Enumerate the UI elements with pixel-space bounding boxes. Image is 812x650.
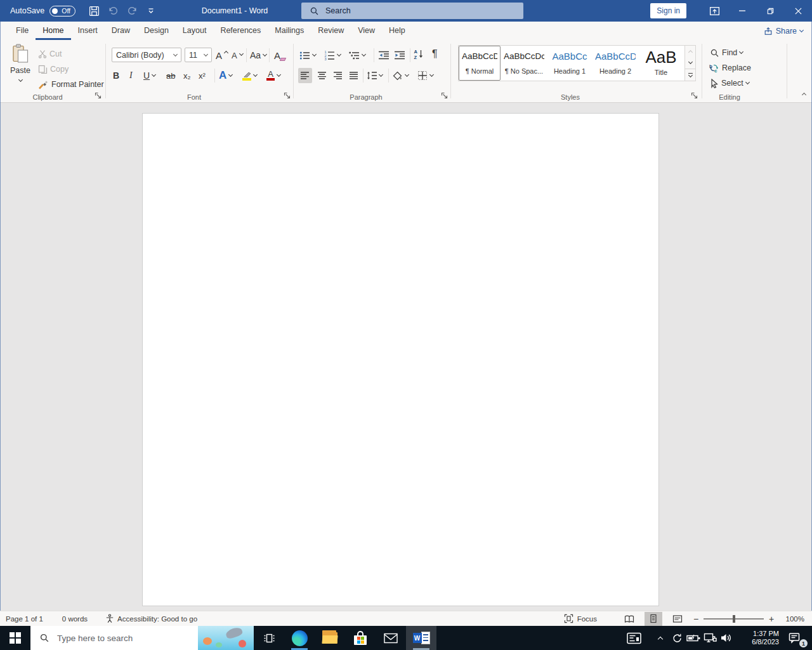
sign-in-button[interactable]: Sign in — [650, 3, 686, 18]
superscript-button[interactable]: x² — [199, 68, 206, 83]
tab-references[interactable]: References — [213, 22, 268, 40]
share-button[interactable]: Share — [764, 22, 803, 40]
paste-button[interactable]: Paste — [5, 44, 36, 98]
read-mode-button[interactable] — [620, 612, 638, 626]
task-view-button[interactable] — [254, 626, 284, 650]
style-normal[interactable]: AaBbCcDc ¶ Normal — [459, 46, 501, 81]
taskbar-file-explorer-button[interactable] — [315, 626, 345, 650]
tab-home[interactable]: Home — [36, 22, 70, 40]
taskbar-mail-button[interactable] — [376, 626, 406, 650]
styles-scroll-up-button[interactable] — [685, 46, 695, 57]
show-formatting-marks-button[interactable]: ¶ — [432, 46, 438, 62]
underline-button[interactable]: U — [143, 68, 155, 83]
text-effects-button[interactable]: A — [219, 68, 232, 83]
autosave-toggle[interactable]: Off — [49, 6, 75, 17]
increase-indent-button[interactable] — [394, 48, 405, 63]
taskbar-clock[interactable]: 1:37 PM 6/8/2023 — [738, 630, 779, 646]
shrink-font-button[interactable]: A — [232, 48, 243, 63]
zoom-slider[interactable] — [704, 618, 764, 620]
focus-mode-button[interactable]: Focus — [564, 614, 597, 623]
show-hidden-icons-button[interactable] — [652, 626, 669, 650]
bullets-button[interactable] — [299, 48, 316, 63]
font-family-combo[interactable]: Calibri (Body) — [112, 48, 181, 62]
titlebar-search-box[interactable]: Search — [301, 3, 523, 19]
align-right-button[interactable] — [331, 68, 345, 83]
borders-button[interactable] — [417, 68, 433, 83]
taskbar-word-button[interactable]: W — [406, 626, 436, 650]
numbering-button[interactable]: 1 2 3 — [324, 48, 341, 63]
tab-help[interactable]: Help — [382, 22, 412, 40]
style-heading-2[interactable]: AaBbCcD Heading 2 — [592, 46, 639, 81]
zoom-in-button[interactable]: + — [765, 614, 778, 624]
align-left-button[interactable] — [298, 68, 312, 83]
grow-font-button[interactable]: A — [216, 48, 228, 63]
style-no-spacing[interactable]: AaBbCcDc ¶ No Spac... — [501, 46, 547, 81]
line-spacing-button[interactable] — [367, 68, 383, 83]
redo-button[interactable] — [122, 0, 141, 22]
align-center-button[interactable] — [315, 68, 329, 83]
collapse-ribbon-button[interactable] — [802, 90, 806, 98]
tab-review[interactable]: Review — [311, 22, 351, 40]
strikethrough-button[interactable]: ab — [166, 68, 175, 83]
document-page[interactable] — [142, 113, 659, 606]
clipboard-dialog-launcher[interactable] — [94, 91, 102, 100]
search-highlights-image[interactable] — [198, 626, 254, 650]
cut-button[interactable]: Cut — [38, 46, 62, 62]
battery-tray-button[interactable] — [685, 626, 702, 650]
news-and-interests-button[interactable] — [625, 626, 642, 650]
style-heading-1[interactable]: AaBbCc Heading 1 — [547, 46, 592, 81]
save-button[interactable] — [84, 0, 103, 22]
multilevel-list-button[interactable] — [349, 48, 365, 63]
print-layout-button[interactable] — [645, 612, 662, 626]
copy-button[interactable]: Copy — [38, 62, 69, 77]
find-button[interactable]: Find — [710, 45, 743, 60]
change-case-button[interactable]: Aa — [250, 48, 266, 63]
tab-insert[interactable]: Insert — [71, 22, 105, 40]
tab-design[interactable]: Design — [137, 22, 176, 40]
customize-quick-access-button[interactable] — [141, 0, 160, 22]
word-count-status[interactable]: 0 words — [62, 615, 88, 623]
tab-file[interactable]: File — [9, 22, 36, 40]
volume-tray-button[interactable] — [718, 626, 735, 650]
subscript-button[interactable]: x₂ — [183, 68, 191, 83]
minimize-button[interactable] — [728, 0, 756, 22]
bold-button[interactable]: B — [113, 68, 119, 83]
italic-button[interactable]: I — [129, 68, 133, 83]
tab-draw[interactable]: Draw — [105, 22, 137, 40]
action-center-button[interactable]: 1 — [784, 626, 806, 650]
page-count-status[interactable]: Page 1 of 1 — [6, 615, 43, 623]
format-painter-button[interactable]: Format Painter — [38, 77, 104, 92]
sort-button[interactable]: A Z — [414, 46, 423, 62]
taskbar-store-button[interactable] — [345, 626, 376, 650]
ribbon-display-options-button[interactable] — [700, 0, 728, 22]
paragraph-dialog-launcher[interactable] — [440, 91, 449, 100]
shading-button[interactable] — [393, 68, 409, 83]
font-size-combo[interactable]: 11 — [185, 48, 212, 62]
taskbar-search-box[interactable]: Type here to search — [30, 626, 254, 650]
font-color-button[interactable]: A — [266, 68, 280, 83]
text-highlight-button[interactable] — [242, 68, 257, 83]
restore-button[interactable] — [756, 0, 784, 22]
justify-button[interactable] — [347, 68, 361, 83]
start-button[interactable] — [0, 626, 30, 650]
clear-formatting-button[interactable]: A — [274, 48, 280, 63]
sync-tray-button[interactable] — [669, 626, 685, 650]
styles-more-button[interactable] — [685, 69, 695, 81]
undo-button[interactable] — [103, 0, 122, 22]
web-layout-button[interactable] — [669, 612, 686, 626]
zoom-out-button[interactable]: − — [690, 614, 702, 624]
close-button[interactable] — [784, 0, 812, 22]
decrease-indent-button[interactable] — [378, 48, 390, 63]
replace-button[interactable]: b c Replace — [709, 60, 751, 76]
accessibility-status[interactable]: Accessibility: Good to go — [105, 614, 197, 623]
style-title[interactable]: AaB Title — [639, 46, 683, 81]
zoom-slider-thumb[interactable] — [733, 615, 735, 623]
tab-view[interactable]: View — [351, 22, 382, 40]
taskbar-edge-button[interactable] — [284, 626, 315, 650]
network-tray-button[interactable] — [702, 626, 718, 650]
zoom-level[interactable]: 100% — [778, 615, 804, 623]
styles-scroll-down-button[interactable] — [685, 57, 695, 69]
select-button[interactable]: Select — [710, 76, 749, 91]
font-dialog-launcher[interactable] — [283, 91, 291, 100]
tab-layout[interactable]: Layout — [176, 22, 214, 40]
